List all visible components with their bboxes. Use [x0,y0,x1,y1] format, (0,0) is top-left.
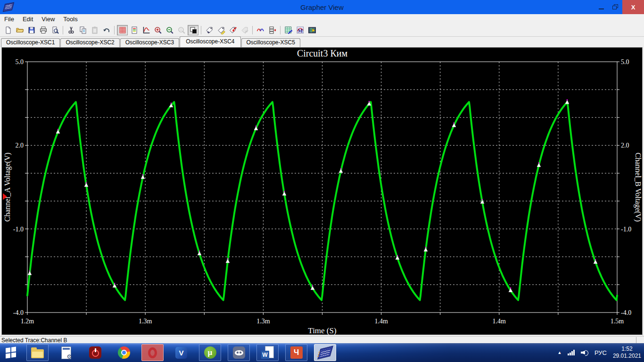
windows-logo-icon [6,346,16,358]
zoom-out-button[interactable] [164,25,175,35]
new-document-button[interactable] [2,25,13,35]
y-tick-label-right: -4.0 [621,309,631,316]
grapher-chart-panel[interactable]: 5.05.02.02.0-1.0-1.0-4.0-4.01.2m1.3m1.3m… [1,47,643,336]
trace-marker-dot [454,123,454,123]
copy-icon [79,26,87,34]
zoom-out-icon [165,26,174,34]
zoom-area-button[interactable] [188,25,198,35]
toolbar-separator [114,26,115,34]
network-signal-icon[interactable] [568,350,575,355]
overlay-traces-button[interactable] [255,25,266,35]
cut-button[interactable] [66,25,76,35]
trace-marker-dot [86,182,87,183]
speaker-icon[interactable] [581,349,588,356]
menu-edit[interactable]: Edit [18,14,37,24]
toolbar-separator [63,26,63,34]
taskbar-utorrent[interactable]: µ [199,344,221,361]
y-axis-title-right: Channel_B Voltage(V) [634,153,642,222]
new-document-icon [4,26,12,34]
file-explorer-icon [31,349,44,358]
discord-icon [233,346,245,359]
multisim-icon [317,346,333,360]
open-file-button[interactable] [14,25,25,35]
cursor-unavailable-button [239,25,250,35]
trace-marker [424,248,428,252]
trace-marker-dot [340,168,341,169]
settings-app-icon [61,346,71,359]
paste-button [89,25,100,35]
cut-icon [67,26,75,34]
tab-oscilloscope-xsc1[interactable]: Oscilloscope-XSC1 [1,38,60,47]
taskbar-discord[interactable] [228,344,250,361]
close-button[interactable]: X [622,0,644,14]
zoom-area-icon [189,26,198,34]
start-button[interactable] [0,343,22,362]
tab-oscilloscope-xsc2[interactable]: Oscilloscope-XSC2 [60,38,119,47]
tab-oscilloscope-xsc3[interactable]: Oscilloscope-XSC3 [120,38,179,47]
taskbar-file-explorer[interactable] [26,344,49,361]
taskbar-word[interactable]: W [256,344,279,361]
export-mathcad-icon: M [296,26,305,34]
edit-cursors-button[interactable] [215,25,226,35]
minimize-button[interactable] [594,0,608,14]
export-labview-button[interactable] [306,25,317,35]
y-tick-label-left: -1.0 [13,226,24,233]
trace-marker-dot [199,251,200,252]
clock[interactable]: 1:52 29.01.2021 [613,346,641,360]
export-excel-button[interactable] [283,25,294,35]
undo-button[interactable] [101,25,112,35]
opera-icon [148,347,157,358]
taskbar-v-app[interactable]: V [170,344,192,361]
taskbar-chrome[interactable] [113,344,135,361]
maximize-button[interactable] [608,0,622,14]
tray-chevron-icon[interactable]: ▲ [557,350,561,355]
taskbar-power-app[interactable] [84,344,106,361]
show-cursors-button[interactable] [204,25,215,35]
utorrent-icon: µ [204,346,216,359]
copy-button[interactable] [77,25,88,35]
menu-bar: FileEditViewTools [0,14,644,25]
zoom-in-icon [154,26,162,34]
status-bar: Selected Trace:Channel B [0,336,644,344]
trace-marker-dot [567,99,568,100]
trace-marker [339,169,343,173]
resize-grip[interactable] [636,337,644,343]
menu-view[interactable]: View [37,14,59,24]
show-grid-button[interactable] [117,25,128,35]
taskbar-multisim[interactable] [314,344,336,361]
red-book-app-icon: Ч [290,346,303,359]
undo-icon [102,26,111,34]
apply-cursor-button[interactable] [227,25,238,35]
tab-oscilloscope-xsc4[interactable]: Oscilloscope-XSC4 [180,36,240,47]
y-tick-label-right: -1.0 [621,226,631,233]
tab-oscilloscope-xsc5[interactable]: Oscilloscope-XSC5 [241,38,300,47]
y-axis-title-left: Channel_A Voltage(V) [3,153,12,222]
print-preview-button[interactable] [50,25,60,35]
print-button[interactable] [38,25,49,35]
window-title: Grapher View [0,3,644,11]
graph-properties-button[interactable] [140,25,151,35]
trace-marker-dot [256,125,256,126]
taskbar-settings-app[interactable] [55,344,77,361]
trace-marker [28,272,32,275]
overlay-traces-icon [256,26,265,34]
cursor-unavailable-icon [240,26,249,34]
x-axis-title: Time (S) [308,326,336,335]
v-app-icon: V [175,347,187,359]
export-report-button[interactable] [267,25,278,35]
toolbar-separator [201,26,201,34]
y-tick-label-right: 5.0 [621,58,629,66]
taskbar-red-book-app[interactable]: Ч [285,344,307,361]
language-indicator[interactable]: РУС [594,349,607,356]
show-legend-button[interactable] [129,25,140,35]
menu-file[interactable]: File [0,14,18,24]
edit-cursors-icon [217,26,225,34]
zoom-in-button[interactable] [152,25,163,35]
save-button[interactable] [26,25,37,35]
menu-tools[interactable]: Tools [59,14,82,24]
taskbar-opera[interactable] [141,344,164,361]
oscilloscope-chart[interactable]: 5.05.02.02.0-1.0-1.0-4.0-4.01.2m1.3m1.3m… [0,47,644,336]
system-tray: ▲ РУС 1:52 29.01.2021 [557,343,641,362]
trace-marker-dot [595,259,596,260]
export-mathcad-button[interactable]: M [295,25,305,35]
